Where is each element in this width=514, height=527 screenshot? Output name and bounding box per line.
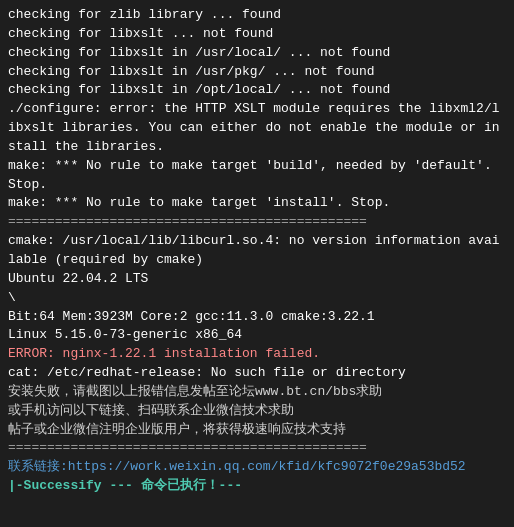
terminal-line: checking for libxslt in /opt/local/ ... … [8, 81, 506, 100]
terminal-line: 联系链接:https://work.weixin.qq.com/kfid/kfc… [8, 458, 506, 477]
terminal-line: checking for libxslt in /usr/local/ ... … [8, 44, 506, 63]
terminal-line: ========================================… [8, 439, 506, 458]
terminal-line: ========================================… [8, 213, 506, 232]
terminal-line: 安装失败，请截图以上报错信息发帖至论坛www.bt.cn/bbs求助 [8, 383, 506, 402]
terminal-line: |-Successify --- 命令已执行！--- [8, 477, 506, 496]
terminal-line: 帖子或企业微信注明企业版用户，将获得极速响应技术支持 [8, 421, 506, 440]
terminal-line: checking for libxslt in /usr/pkg/ ... no… [8, 63, 506, 82]
terminal-line: 或手机访问以下链接、扫码联系企业微信技术求助 [8, 402, 506, 421]
terminal-line: cat: /etc/redhat-release: No such file o… [8, 364, 506, 383]
terminal-line: make: *** No rule to make target 'instal… [8, 194, 506, 213]
terminal-line: make: *** No rule to make target 'build'… [8, 157, 506, 195]
terminal-line: Ubuntu 22.04.2 LTS [8, 270, 506, 289]
terminal-line: checking for zlib library ... found [8, 6, 506, 25]
terminal-line: cmake: /usr/local/lib/libcurl.so.4: no v… [8, 232, 506, 270]
terminal-line: ./configure: error: the HTTP XSLT module… [8, 100, 506, 157]
terminal-window: checking for zlib library ... foundcheck… [0, 0, 514, 527]
terminal-line: \ [8, 289, 506, 308]
terminal-line: ERROR: nginx-1.22.1 installation failed. [8, 345, 506, 364]
terminal-line: checking for libxslt ... not found [8, 25, 506, 44]
terminal-line: Bit:64 Mem:3923M Core:2 gcc:11.3.0 cmake… [8, 308, 506, 327]
terminal-line: Linux 5.15.0-73-generic x86_64 [8, 326, 506, 345]
